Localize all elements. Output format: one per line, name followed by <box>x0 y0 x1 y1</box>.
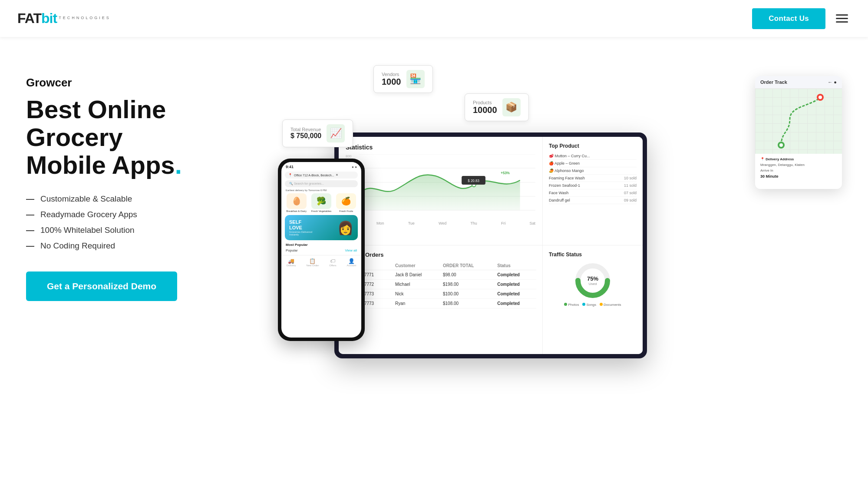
hero-title: Best Online Grocery Mobile Apps. <box>26 96 269 179</box>
table-row: 02375937773 Ryan $108.00 Completed <box>345 299 536 308</box>
product-item: Dandruff gel09 sold <box>549 197 637 204</box>
donut-label: 75% Used <box>587 275 598 286</box>
logo: FATbit TECHNOLOGIES <box>17 10 111 26</box>
products-stat-card: Products 10000 📦 <box>465 93 529 121</box>
category-vegetables[interactable]: 🥦 Fresh Vegetables <box>310 193 333 212</box>
table-row: 02375937771 Jack B Daniel $98.00 Complet… <box>345 270 536 280</box>
phone-navbar: 🚚 Delivery 📋 New Order 🏷 Offers 👤 Accoun… <box>281 255 361 268</box>
recent-orders-panel: Recent Orders Order ID Customer ORDER TO… <box>339 245 543 354</box>
phone-device: 9:41 ● ● 📍 Office 712 A-Block, Bestech..… <box>278 159 365 341</box>
most-popular-label: Most Popular <box>281 243 361 248</box>
nav-new-order[interactable]: 📋 New Order <box>306 258 319 267</box>
logo-bit: bit <box>41 10 57 26</box>
svg-point-12 <box>779 143 783 147</box>
category-fruits[interactable]: 🍊 Fresh Fruits <box>335 193 358 212</box>
feature-2: Readymade Grocery Apps <box>26 210 269 219</box>
phone-screen: 9:41 ● ● 📍 Office 712 A-Block, Bestech..… <box>281 162 361 338</box>
vendors-icon: 🏪 <box>406 70 425 88</box>
statistics-panel: Statistics 800 600 400 200 0 <box>339 137 543 245</box>
chart-container: 800 600 400 200 0 <box>346 154 535 219</box>
donut-chart: 75% Used <box>573 261 612 300</box>
hero-content: Growcer Best Online Grocery Mobile Apps.… <box>26 63 269 301</box>
feature-3: 100% Whitelabel Solution <box>26 225 269 235</box>
svg-text:$ 20.83: $ 20.83 <box>468 179 479 183</box>
header-actions: Contact Us <box>752 8 851 29</box>
hero-title-line2: Mobile Apps <box>26 151 175 179</box>
traffic-legend: Photos Songs Documents <box>564 303 621 307</box>
contact-button[interactable]: Contact Us <box>752 8 825 29</box>
product-item: 🥭 Alphonso Mango <box>549 167 637 175</box>
hero-title-dot: . <box>175 151 182 179</box>
revenue-stat-card: Total Revenue $ 750,000 📈 <box>282 119 353 147</box>
hamburger-line-3 <box>836 21 848 23</box>
orders-table: Order ID Customer ORDER TOTAL Status 023… <box>345 262 536 308</box>
legend-photos-dot <box>564 303 567 306</box>
col-total: ORDER TOTAL <box>440 262 495 270</box>
vendors-stat-card: Vendors 1000 🏪 <box>373 65 433 93</box>
order-track-card: Order Track ← ● 📍 Delivery Address M <box>755 76 842 189</box>
revenue-icon: 📈 <box>327 124 345 142</box>
vendors-info: Vendors 1000 <box>382 72 401 87</box>
feature-1: Customizable & Scalable <box>26 194 269 204</box>
table-row: 02375937772 Michael $198.00 Completed <box>345 280 536 289</box>
delivery-address-row: 📍 Delivery Address <box>760 157 837 161</box>
products-value: 10000 <box>473 105 497 115</box>
phone-address: 📍 Office 712 A-Block, Bestech... ✕ <box>285 172 358 179</box>
svg-point-14 <box>818 96 822 99</box>
logo-fat: FAT <box>17 10 41 26</box>
order-track-header: Order Track ← ● <box>755 76 842 89</box>
demo-button[interactable]: Get a Personalized Demo <box>26 271 177 301</box>
legend-docs-dot <box>600 303 603 306</box>
phone-delivery: Earliest delivery by Tomorrow 6 PM <box>281 189 361 193</box>
phone-status: ● ● <box>352 165 357 169</box>
vendors-label: Vendors <box>382 72 401 77</box>
hamburger-menu-button[interactable] <box>833 12 851 25</box>
order-map <box>755 89 842 154</box>
recent-orders-title: Recent Orders <box>345 252 536 258</box>
banner-title: SELFLOVE <box>289 219 312 231</box>
chart-labels: Sun Mon Tue Wed Thu Fri Sat <box>346 221 535 225</box>
products-info: Products 10000 <box>473 100 497 115</box>
hamburger-line-2 <box>836 18 848 19</box>
svg-text:+53%: +53% <box>501 171 510 175</box>
map-route-svg <box>755 89 842 154</box>
hero-title-line1: Best Online Grocery <box>26 95 166 151</box>
arrive-time-value: 30 Minute <box>760 174 837 179</box>
header: FATbit TECHNOLOGIES Contact Us <box>0 0 868 37</box>
brand-name: Growcer <box>26 76 269 89</box>
product-item: Face Wash07 sold <box>549 189 637 197</box>
vendors-value: 1000 <box>382 77 401 86</box>
nav-offers[interactable]: 🏷 Offers <box>329 258 336 267</box>
hero-visual: Vendors 1000 🏪 Products 10000 📦 Total Re… <box>278 63 842 402</box>
hamburger-line-1 <box>836 14 848 16</box>
tablet-device: Statistics 800 600 400 200 0 <box>334 132 647 358</box>
statistics-title: Statistics <box>346 144 535 151</box>
stats-chart: $ 20.83 +53% <box>346 154 535 211</box>
order-track-info: 📍 Delivery Address Mranggen, Delanggu, K… <box>755 154 842 182</box>
tablet-screen: Statistics 800 600 400 200 0 <box>339 137 643 354</box>
revenue-value: $ 750,000 <box>290 132 321 139</box>
phone-banner: SELFLOVE Groceries DeliveredInstantly 👩 <box>285 215 358 240</box>
products-label: Products <box>473 100 497 105</box>
phone-time: 9:41 <box>286 165 294 169</box>
top-products-title: Top Product <box>549 143 637 149</box>
revenue-info: Total Revenue $ 750,000 <box>290 127 321 140</box>
popular-row: Popular View all <box>281 248 361 255</box>
product-item: 🥩 Mutton – Curry Cu... <box>549 152 637 160</box>
product-item: Frozen Seafood-111 sold <box>549 182 637 189</box>
logo-subtitle: TECHNOLOGIES <box>59 16 111 20</box>
order-track-title: Order Track <box>760 79 787 85</box>
traffic-panel: Traffic Status 75% Used Photos So <box>543 245 643 354</box>
nav-delivery[interactable]: 🚚 Delivery <box>287 258 296 267</box>
revenue-label: Total Revenue <box>290 127 321 132</box>
delivery-address-value: Mranggen, Delanggu, Klaten <box>760 163 837 167</box>
col-customer: Customer <box>393 262 440 270</box>
phone-topbar: 9:41 ● ● <box>281 162 361 170</box>
top-products-panel: Top Product 🥩 Mutton – Curry Cu... 🍎 App… <box>543 137 643 245</box>
phone-categories: 🥚 Breakfast & Dairy 🥦 Fresh Vegetables 🍊… <box>281 193 361 212</box>
phone-search[interactable]: 🔍 Search for groceries... <box>285 180 358 187</box>
nav-account[interactable]: 👤 Account <box>347 258 356 267</box>
features-list: Customizable & Scalable Readymade Grocer… <box>26 194 269 251</box>
feature-4: No Coding Required <box>26 241 269 251</box>
category-dairy[interactable]: 🥚 Breakfast & Dairy <box>285 193 308 212</box>
